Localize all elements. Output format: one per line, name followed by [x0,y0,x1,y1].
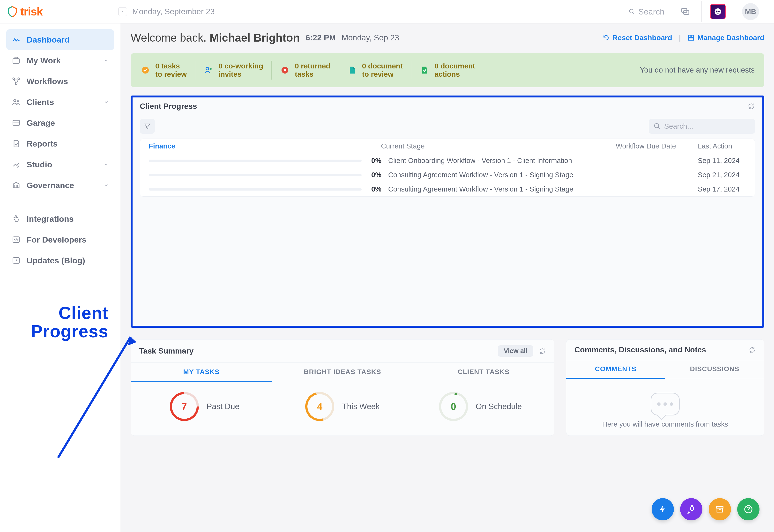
chip-icon [140,65,150,75]
chevron-down-icon [104,58,109,63]
sidebar-item-governance[interactable]: Governance [6,175,114,196]
svg-rect-16 [691,35,693,37]
table-row[interactable]: 0%Client Onboarding Workflow - Version 1… [140,154,755,168]
sidebar-item-my-work[interactable]: My Work [6,50,114,71]
undo-icon [603,34,610,41]
progress-bar [149,188,362,191]
sidebar-item-clients[interactable]: Clients [6,92,114,112]
request-chip[interactable]: 0 tasksto review [140,61,195,80]
fab-archive[interactable] [709,498,731,520]
workflow-icon [12,77,21,86]
search-icon [629,7,635,16]
metric: 0On Schedule [411,392,549,421]
tab-bright-ideas-tasks[interactable]: BRIGHT IDEAS TASKS [272,363,413,382]
bot-icon [710,4,726,19]
panel-title: Task Summary [139,347,193,355]
chevron-down-icon [104,162,109,167]
layout-icon [688,34,694,41]
svg-point-5 [718,11,720,12]
svg-point-3 [715,8,721,15]
sidebar-item-studio[interactable]: Studio [6,154,114,175]
client-group-link[interactable]: Finance [149,142,381,150]
search-placeholder: Search [638,7,664,16]
client-search[interactable]: Search... [649,119,755,134]
col-last: Last Action [698,142,746,150]
dashboard-actions: Reset Dashboard | Manage Dashboard [603,34,764,42]
filter-button[interactable] [140,119,155,134]
fab-row [652,498,759,520]
chip-icon [280,65,290,75]
request-chip[interactable]: 0 co-workinginvites [195,61,272,80]
sidebar-item-label: Dashboard [27,35,70,44]
tab-discussions[interactable]: DISCUSSIONS [665,360,764,379]
chevron-down-icon [104,99,109,105]
col-stage: Current Stage [381,142,613,150]
logo-icon [6,6,18,18]
report-icon [12,139,21,148]
welcome-time: 6:22 PM [306,33,336,42]
sidebar-item-garage[interactable]: Garage [6,112,114,133]
assistant-button[interactable] [701,1,734,22]
help-icon [744,504,753,514]
sidebar-item-workflows[interactable]: Workflows [6,71,114,92]
fab-launch[interactable] [680,498,702,520]
metric-label: This Week [342,402,380,411]
task-metrics: 7Past Due4This Week0On Schedule [131,382,554,436]
svg-point-0 [629,9,633,13]
user-menu[interactable]: MB [734,1,767,22]
date-nav: Monday, September 23 [118,7,215,16]
progress-percent: 0% [371,171,388,179]
archive-icon [715,504,725,514]
task-tabs: MY TASKSBRIGHT IDEAS TASKSCLIENT TASKS [131,363,554,382]
fab-quick-action[interactable] [652,498,674,520]
prev-day-button[interactable] [118,7,127,16]
metric-ring: 4 [300,387,340,426]
tab-comments[interactable]: COMMENTS [566,360,665,379]
sidebar-item-label: For Developers [27,235,87,244]
messages-button[interactable] [669,1,701,22]
sidebar-item-label: Workflows [27,77,68,86]
studio-icon [12,160,21,169]
task-summary-panel: Task Summary View all MY TASKSBRIGHT IDE… [131,339,554,436]
refresh-button[interactable] [749,346,756,354]
progress-bar [149,174,362,176]
svg-rect-17 [689,38,694,40]
sidebar: Dashboard My Work Workflows Clients Gara… [0,23,120,532]
annotation-label: Client Progress [2,304,108,340]
tab-client-tasks[interactable]: CLIENT TASKS [413,363,554,382]
sidebar-item-label: Reports [27,139,58,148]
request-chip[interactable]: 0 documentto review [339,61,411,80]
client-progress-table: Finance Current Stage Workflow Due Date … [140,139,755,197]
sidebar-item-reports[interactable]: Reports [6,133,114,154]
fab-help[interactable] [737,498,759,520]
manage-dashboard-button[interactable]: Manage Dashboard [688,34,764,42]
refresh-icon [539,347,546,355]
view-all-button[interactable]: View all [498,345,533,357]
garage-icon [12,118,21,127]
sidebar-item-dashboard[interactable]: Dashboard [6,29,114,50]
tab-my-tasks[interactable]: MY TASKS [131,363,272,382]
dashboard-icon [12,35,21,44]
sidebar-item-developers[interactable]: For Developers [6,229,114,250]
sidebar-item-integrations[interactable]: Integrations [6,208,114,229]
table-row[interactable]: 0%Consulting Agreement Workflow - Versio… [140,182,755,196]
stage-text: Consulting Agreement Workflow - Version … [388,171,616,179]
refresh-button[interactable] [539,347,546,355]
last-action-date: Sep 11, 2024 [698,157,746,165]
svg-point-21 [655,124,659,128]
metric-label: Past Due [207,402,239,411]
avatar: MB [742,3,759,20]
table-row[interactable]: 0%Consulting Agreement Workflow - Versio… [140,168,755,182]
people-icon [12,98,21,106]
request-chip[interactable]: 0 documentactions [411,61,483,80]
request-chip[interactable]: 0 returnedtasks [272,61,339,80]
comment-tabs: COMMENTSDISCUSSIONS [566,360,764,379]
last-action-date: Sep 21, 2024 [698,171,746,179]
sidebar-item-updates[interactable]: Updates (Blog) [6,250,114,271]
logo[interactable]: trisk [6,5,118,18]
refresh-button[interactable] [747,103,755,110]
chevron-down-icon [104,183,109,188]
refresh-icon [749,346,756,354]
global-search[interactable]: Search [624,1,669,22]
reset-dashboard-button[interactable]: Reset Dashboard [603,34,672,42]
